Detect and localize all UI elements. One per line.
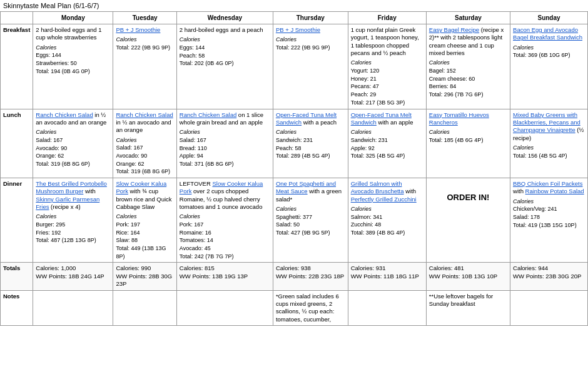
notes-saturday: **Use leftover bagels for Sunday breakfa…	[426, 290, 510, 325]
dinner-tuesday: Slow Cooker Kalua Pork with ¾ cup brown …	[113, 178, 176, 263]
lunch-thursday-details: Sandwich: 231 Peach: 58 Total: 289 (4B 5…	[276, 137, 330, 159]
notes-label: Notes	[1, 290, 33, 325]
dinner-monday-link1[interactable]: The Best Grilled Portobello Mushroom Bur…	[36, 180, 107, 194]
lunch-saturday-link[interactable]: Easy Tomatillo Huevos Rancheros	[429, 111, 489, 126]
dinner-sunday-main: with	[513, 188, 525, 194]
totals-tuesday: Calories: 990 WW Points: 28B 30G 23P	[113, 263, 176, 290]
dinner-wednesday-cal-label: Calories	[180, 213, 270, 221]
breakfast-wednesday: 2 hard-boiled eggs and a peach Calories …	[176, 24, 273, 109]
lunch-tuesday: Ranch Chicken Salad in ½ an avocado and …	[113, 109, 176, 178]
breakfast-sunday-cal-label: Calories	[513, 44, 585, 52]
lunch-thursday-main: with a peach	[302, 119, 337, 126]
totals-monday: Calories: 1,000 WW Points: 18B 24G 14P	[33, 263, 113, 290]
lunch-friday-details: Sandwich: 231 Apple: 92 Total: 325 (4B 5…	[351, 137, 405, 159]
breakfast-monday-details: Eggs: 144 Strawberries: 50 Total: 194 (0…	[36, 52, 90, 74]
lunch-thursday: Open-Faced Tuna Melt Sandwich with a pea…	[273, 109, 348, 178]
lunch-monday: Ranch Chicken Salad in ½ an avocado and …	[33, 109, 113, 178]
notes-tuesday	[113, 290, 176, 325]
lunch-friday-main: with an apple	[377, 119, 413, 126]
breakfast-tuesday-link[interactable]: PB + J Smoothie	[116, 26, 160, 33]
header-col0	[1, 12, 33, 24]
breakfast-friday-main: 1 cup nonfat plain Greek yogurt, 1 teasp…	[351, 26, 419, 56]
lunch-tuesday-link[interactable]: Ranch Chicken Salad	[116, 111, 173, 118]
lunch-sunday-details: Total: 156 (4B 5G 4P)	[513, 153, 567, 159]
lunch-tuesday-main: in ½ an avocado and an orange	[116, 119, 171, 133]
dinner-sunday: BBQ Chicken Foil Packets with Rainbow Po…	[510, 178, 588, 263]
totals-label: Totals	[1, 263, 33, 290]
dinner-label: Dinner	[1, 178, 33, 263]
dinner-monday-main1: with	[83, 188, 96, 194]
totals-sunday: Calories: 944 WW Points: 23B 30G 20P	[510, 263, 588, 290]
breakfast-wednesday-main: 2 hard-boiled eggs and a peach	[180, 26, 263, 33]
lunch-saturday-cal-label: Calories	[429, 129, 507, 136]
dinner-saturday-order-in: ORDER IN!	[429, 180, 507, 216]
dinner-monday-details: Burger: 295 Fries: 192 Total: 487 (12B 1…	[36, 221, 96, 243]
lunch-saturday: Easy Tomatillo Huevos Rancheros Calories…	[426, 109, 510, 178]
notes-row: Notes *Green salad includes 6 cups mixed…	[1, 290, 588, 325]
dinner-wednesday: LEFTOVER Slow Cooker Kalua Pork over 2 c…	[176, 178, 273, 263]
dinner-sunday-link1[interactable]: BBQ Chicken Foil Packets	[513, 180, 582, 187]
lunch-monday-details: Salad: 167 Avocado: 90 Orange: 62 Total:…	[36, 137, 90, 167]
dinner-tuesday-cal-label: Calories	[116, 213, 173, 221]
lunch-friday-cal-label: Calories	[351, 129, 423, 136]
lunch-wednesday-link[interactable]: Ranch Chicken Salad	[180, 111, 236, 118]
dinner-wednesday-main2: over 2 cups chopped Romaine, ½ cup halve…	[180, 188, 263, 210]
breakfast-wednesday-cal-label: Calories	[180, 36, 270, 44]
lunch-saturday-details: Total: 185 (4B 6G 4P)	[429, 137, 484, 143]
dinner-wednesday-main: LEFTOVER	[180, 180, 213, 187]
breakfast-friday-details: Yogurt: 120 Honey: 21 Pecans: 47 Peach: …	[351, 68, 405, 106]
header-monday: Monday	[33, 12, 113, 24]
totals-friday: Calories: 931 WW Points: 11B 18G 11P	[348, 263, 426, 290]
header-thursday: Thursday	[273, 12, 348, 24]
header-sunday: Sunday	[510, 12, 588, 24]
breakfast-friday-cal-label: Calories	[351, 59, 423, 67]
totals-saturday: Calories: 481 WW Points: 10B 13G 10P	[426, 263, 510, 290]
dinner-friday-link1[interactable]: Grilled Salmon with Avocado Bruschetta	[351, 180, 404, 194]
breakfast-friday: 1 cup nonfat plain Greek yogurt, 1 teasp…	[348, 24, 426, 109]
dinner-thursday-details: Spaghetti: 377 Salad: 50 Total: 427 (9B …	[276, 214, 330, 236]
header-tuesday: Tuesday	[113, 12, 176, 24]
breakfast-saturday-link[interactable]: Easy Bagel Recipe	[429, 26, 479, 33]
dinner-friday-link2[interactable]: Perfectly Grilled Zucchini	[351, 196, 417, 203]
page-title: Skinnytaste Meal Plan (6/1-6/7)	[0, 0, 588, 11]
breakfast-tuesday-cal-label: Calories	[116, 36, 173, 44]
dinner-friday-cal-label: Calories	[351, 206, 423, 213]
lunch-monday-link[interactable]: Ranch Chicken Salad	[36, 111, 93, 118]
breakfast-tuesday-details: Total: 222 (9B 9G 9P)	[116, 44, 170, 51]
breakfast-saturday: Easy Bagel Recipe (recipe x 2)** with 2 …	[426, 24, 510, 109]
lunch-wednesday-details: Salad: 167 Bread: 110 Apple: 94 Total: 3…	[180, 137, 234, 167]
dinner-row: Dinner The Best Grilled Portobello Mushr…	[1, 178, 588, 263]
breakfast-label: Breakfast	[1, 24, 33, 109]
totals-thursday: Calories: 938 WW Points: 22B 23G 18P	[273, 263, 348, 290]
breakfast-tuesday: PB + J Smoothie Calories Total: 222 (9B …	[113, 24, 176, 109]
totals-row: Totals Calories: 1,000 WW Points: 18B 24…	[1, 263, 588, 290]
lunch-wednesday-cal-label: Calories	[180, 129, 270, 136]
breakfast-sunday-link[interactable]: Bacon Egg and Avocado Bagel Breakfast Sa…	[513, 26, 582, 41]
lunch-friday: Open-Faced Tuna Melt Sandwich with an ap…	[348, 109, 426, 178]
notes-thursday: *Green salad includes 6 cups mixed green…	[273, 290, 348, 325]
dinner-sunday-link2[interactable]: Rainbow Potato Salad	[525, 188, 584, 194]
lunch-monday-cal-label: Calories	[36, 129, 110, 136]
dinner-thursday-cal-label: Calories	[276, 206, 345, 213]
lunch-tuesday-cal-label: Calories	[116, 137, 173, 144]
breakfast-thursday-details: Total: 222 (9B 9G 9P)	[276, 44, 330, 51]
notes-wednesday	[176, 290, 273, 325]
breakfast-thursday-cal-label: Calories	[276, 36, 345, 44]
dinner-saturday: ORDER IN!	[426, 178, 510, 263]
breakfast-sunday-details: Total: 369 (6B 10G 6P)	[513, 52, 570, 58]
dinner-tuesday-details: Pork: 197 Rice: 164 Slaw: 88 Total: 449 …	[116, 221, 166, 260]
lunch-thursday-cal-label: Calories	[276, 129, 345, 136]
header-wednesday: Wednesday	[176, 12, 273, 24]
lunch-tuesday-details: Salad: 167 Avocado: 90 Orange: 62 Total:…	[116, 144, 170, 174]
dinner-wednesday-details: Pork: 167 Romaine: 16 Tomatoes: 14 Avoca…	[180, 221, 234, 260]
lunch-sunday: Mixed Baby Greens with Blackberries, Pec…	[510, 109, 588, 178]
breakfast-saturday-cal-label: Calories	[429, 59, 507, 67]
dinner-monday-cal-label: Calories	[36, 213, 110, 221]
dinner-sunday-details: Chicken/Veg: 241 Salad: 178 Total: 419 (…	[513, 206, 577, 228]
header-saturday: Saturday	[426, 12, 510, 24]
dinner-friday: Grilled Salmon with Avocado Bruschetta w…	[348, 178, 426, 263]
breakfast-thursday-link[interactable]: PB + J Smoothie	[276, 26, 320, 33]
lunch-sunday-link[interactable]: Mixed Baby Greens with Blackberries, Pec…	[513, 111, 580, 134]
header-friday: Friday	[348, 12, 426, 24]
breakfast-sunday: Bacon Egg and Avocado Bagel Breakfast Sa…	[510, 24, 588, 109]
